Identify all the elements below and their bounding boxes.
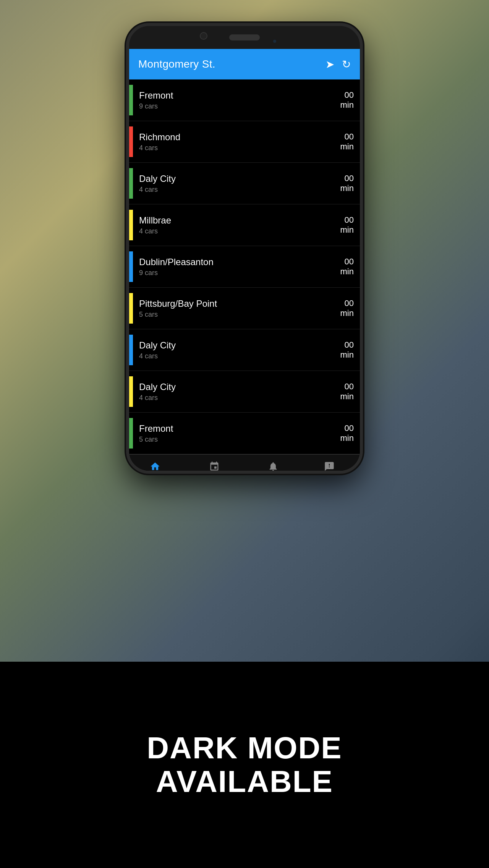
dark-mode-line1: DARK MODE [147,731,342,765]
location-icon[interactable]: ➤ [325,58,334,71]
home-nav-icon [150,461,160,471]
refresh-icon[interactable]: ↻ [342,58,351,71]
route-color-bar [129,126,133,157]
route-color-bar [129,418,133,449]
train-info: Pittsburg/Bay Point5 cars [139,298,327,319]
train-cars: 4 cars [139,394,327,402]
trip-nav-icon [209,461,220,471]
train-row[interactable]: Daly City4 cars00min [129,329,360,371]
train-row[interactable]: Richmond4 cars00min [129,121,360,163]
train-cars: 5 cars [139,436,327,444]
nav-item-home[interactable]: Home [142,458,168,471]
train-info: Daly City4 cars [139,382,327,402]
route-color-bar [129,293,133,324]
train-destination: Pittsburg/Bay Point [139,298,327,309]
route-color-bar [129,168,133,199]
side-button-left [126,102,128,125]
bottom-nav: Home Trip Planner Alerts Feedback [129,454,360,471]
train-destination: Fremont [139,90,327,101]
train-info: Daly City4 cars [139,173,327,194]
train-info: Richmond4 cars [139,132,327,152]
dark-mode-banner: DARK MODE AVAILABLE [0,662,489,868]
train-time: 00min [327,298,354,319]
train-row[interactable]: Millbrae4 cars00min [129,204,360,246]
train-time: 00min [327,132,354,152]
phone-front-cam [273,40,276,43]
route-color-bar [129,251,133,282]
train-destination: Millbrae [139,215,327,226]
train-info: Dublin/Pleasanton9 cars [139,257,327,277]
train-row[interactable]: Fremont9 cars00min [129,79,360,121]
route-color-bar [129,85,133,115]
train-time: 00min [327,90,354,110]
train-row[interactable]: Fremont5 cars00min [129,413,360,454]
phone-screen: Montgomery St. ➤ ↻ Fremont9 cars00minRic… [129,49,360,471]
phone-frame: Montgomery St. ➤ ↻ Fremont9 cars00minRic… [126,23,363,474]
train-destination: Daly City [139,340,327,351]
train-row[interactable]: Dublin/Pleasanton9 cars00min [129,246,360,288]
train-cars: 4 cars [139,352,327,360]
train-time: 00min [327,423,354,444]
nav-item-alerts[interactable]: Alerts [260,458,286,471]
train-time: 00min [327,173,354,194]
route-color-bar [129,210,133,240]
route-color-bar [129,335,133,365]
dark-mode-label: DARK MODE AVAILABLE [147,731,342,798]
dark-mode-line2: AVAILABLE [156,764,333,798]
train-cars: 9 cars [139,269,327,277]
train-info: Daly City4 cars [139,340,327,360]
side-button-right [361,121,363,160]
feedback-nav-icon [324,461,335,471]
train-time: 00min [327,382,354,402]
train-row[interactable]: Daly City4 cars00min [129,371,360,413]
train-destination: Fremont [139,423,327,434]
train-row[interactable]: Daly City4 cars00min [129,163,360,204]
app-header: Montgomery St. ➤ ↻ [129,49,360,79]
train-row[interactable]: Pittsburg/Bay Point5 cars00min [129,288,360,329]
header-actions: ➤ ↻ [325,58,351,71]
train-destination: Richmond [139,132,327,143]
station-title: Montgomery St. [138,58,215,70]
train-list: Fremont9 cars00minRichmond4 cars00minDal… [129,79,360,454]
train-time: 00min [327,215,354,235]
route-color-bar [129,376,133,407]
alerts-nav-icon [268,461,279,471]
train-cars: 5 cars [139,311,327,319]
train-destination: Daly City [139,173,327,184]
nav-item-feedback[interactable]: Feedback [311,458,347,471]
train-cars: 4 cars [139,186,327,194]
nav-item-trip-planner[interactable]: Trip Planner [194,458,235,471]
train-cars: 9 cars [139,102,327,110]
train-time: 00min [327,340,354,360]
train-time: 00min [327,257,354,277]
phone-camera [200,32,207,40]
train-destination: Daly City [139,382,327,392]
train-cars: 4 cars [139,144,327,152]
train-info: Millbrae4 cars [139,215,327,235]
train-info: Fremont5 cars [139,423,327,444]
train-info: Fremont9 cars [139,90,327,110]
phone-speaker [229,34,260,40]
train-destination: Dublin/Pleasanton [139,257,327,267]
train-cars: 4 cars [139,227,327,235]
